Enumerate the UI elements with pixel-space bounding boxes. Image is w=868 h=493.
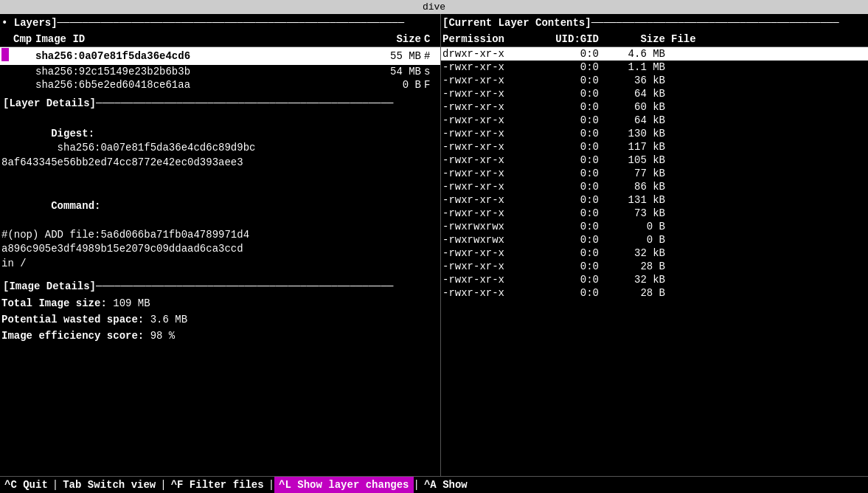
right-perm-13: -rwxrwxrwx xyxy=(442,221,538,232)
right-row-15[interactable]: -rwxr-xr-x0:032 kB xyxy=(441,246,868,260)
total-size-val: 109 MB xyxy=(113,297,150,309)
right-uid-14: 0:0 xyxy=(538,234,605,246)
status-sep-4: | xyxy=(414,477,420,493)
efficiency-label: Image efficiency score: xyxy=(1,330,144,342)
wasted-space-label: Potential wasted space: xyxy=(1,314,144,325)
title-text: dive xyxy=(423,1,445,13)
layer-id-2: sha256:6b5e2ed60418ce61aa xyxy=(35,79,372,91)
right-size-2: 36 kB xyxy=(605,75,671,86)
layer-size-2: 0 B xyxy=(372,79,424,91)
right-perm-4: -rwxr-xr-x xyxy=(442,101,538,113)
right-perm-2: -rwxr-xr-x xyxy=(442,75,538,86)
right-uid-4: 0:0 xyxy=(538,101,605,113)
right-row-8[interactable]: -rwxr-xr-x0:0105 kB xyxy=(441,154,868,167)
right-size-15: 32 kB xyxy=(605,247,671,259)
right-uid-0: 0:0 xyxy=(538,48,605,60)
right-size-16: 28 B xyxy=(605,261,671,272)
marker-col-header xyxy=(1,33,13,45)
main-content: • Layers]───────────────────────────────… xyxy=(0,14,868,476)
right-uid-9: 0:0 xyxy=(538,168,605,179)
status-sep-1: | xyxy=(52,477,58,493)
right-perm-0: drwxr-xr-x xyxy=(442,48,538,60)
right-uid-11: 0:0 xyxy=(538,194,605,206)
status-key-0[interactable]: ^C Quit xyxy=(0,477,52,493)
right-uid-17: 0:0 xyxy=(538,274,605,286)
right-row-9[interactable]: -rwxr-xr-x0:077 kB xyxy=(441,167,868,180)
efficiency-val: 98 % xyxy=(150,330,176,342)
right-uid-2: 0:0 xyxy=(538,75,605,86)
right-row-13[interactable]: -rwxrwxrwx0:00 B xyxy=(441,220,868,233)
right-uid-3: 0:0 xyxy=(538,88,605,100)
right-row-17[interactable]: -rwxr-xr-x0:032 kB xyxy=(441,273,868,286)
right-row-2[interactable]: -rwxr-xr-x0:036 kB xyxy=(441,74,868,87)
right-perm-16: -rwxr-xr-x xyxy=(442,261,538,272)
right-row-3[interactable]: -rwxr-xr-x0:064 kB xyxy=(441,87,868,100)
layer-row-0[interactable]: sha256:0a07e81f5da36e4cd655 MB# xyxy=(0,47,440,65)
right-row-10[interactable]: -rwxr-xr-x0:086 kB xyxy=(441,180,868,193)
right-rows-list: drwxr-xr-x0:04.6 MB-rwxr-xr-x0:01.1 MB-r… xyxy=(441,47,868,300)
layer-marker-0 xyxy=(1,48,13,64)
right-size-13: 0 B xyxy=(605,221,671,232)
right-perm-14: -rwxrwxrwx xyxy=(442,234,538,246)
layer-c-1: s xyxy=(424,66,439,77)
status-key-4[interactable]: ^A Show xyxy=(420,477,472,493)
right-row-7[interactable]: -rwxr-xr-x0:0117 kB xyxy=(441,140,868,154)
right-uid-6: 0:0 xyxy=(538,128,605,139)
right-perm-18: -rwxr-xr-x xyxy=(442,287,538,299)
right-table-header: Permission UID:GID Size File xyxy=(441,32,868,47)
right-uid-5: 0:0 xyxy=(538,114,605,126)
layer-c-2: F xyxy=(424,79,439,91)
right-row-0[interactable]: drwxr-xr-x0:04.6 MB xyxy=(441,47,868,61)
right-row-14[interactable]: -rwxrwxrwx0:00 B xyxy=(441,233,868,246)
total-size-label: Total Image size: xyxy=(1,297,107,309)
image-details-header: [Image Details]─────────────────────────… xyxy=(1,277,439,295)
status-key-1[interactable]: Tab Switch view xyxy=(58,477,160,493)
layers-table-header: Cmp Image ID Size C xyxy=(0,32,440,47)
layer-id-1: sha256:92c15149e23b2b6b3b xyxy=(35,66,372,77)
right-row-12[interactable]: -rwxr-xr-x0:073 kB xyxy=(441,207,868,220)
right-size-11: 131 kB xyxy=(605,194,671,206)
right-row-11[interactable]: -rwxr-xr-x0:0131 kB xyxy=(441,193,868,207)
status-key-2[interactable]: ^F Filter files xyxy=(167,477,268,493)
status-bar: ^C Quit | Tab Switch view | ^F Filter fi… xyxy=(0,476,868,493)
marker-bar-0 xyxy=(1,48,9,61)
layer-row-2[interactable]: sha256:6b5e2ed60418ce61aa0 BF xyxy=(0,78,440,92)
left-panel: • Layers]───────────────────────────────… xyxy=(0,14,441,476)
digest-line: Digest: sha256:0a07e81f5da36e4cd6c89d9bc… xyxy=(1,112,439,185)
right-uid-8: 0:0 xyxy=(538,154,605,166)
col-imageid-header: Image ID xyxy=(35,33,372,45)
right-row-6[interactable]: -rwxr-xr-x0:0130 kB xyxy=(441,127,868,140)
layer-details-section: [Layer Details]─────────────────────────… xyxy=(0,92,440,275)
right-row-4[interactable]: -rwxr-xr-x0:060 kB xyxy=(441,100,868,114)
right-perm-12: -rwxr-xr-x xyxy=(442,207,538,219)
right-row-18[interactable]: -rwxr-xr-x0:028 B xyxy=(441,286,868,300)
right-size-14: 0 B xyxy=(605,234,671,246)
right-perm-8: -rwxr-xr-x xyxy=(442,154,538,166)
right-size-4: 60 kB xyxy=(605,101,671,113)
layer-size-0: 55 MB xyxy=(372,50,424,62)
digest-label: Digest: xyxy=(51,128,94,139)
right-perm-15: -rwxr-xr-x xyxy=(442,247,538,259)
status-key-3[interactable]: ^L Show layer changes xyxy=(274,477,413,493)
col-uid-header: UID:GID xyxy=(538,33,605,45)
layer-size-1: 54 MB xyxy=(372,66,424,77)
right-size-1: 1.1 MB xyxy=(605,61,671,73)
right-row-1[interactable]: -rwxr-xr-x0:01.1 MB xyxy=(441,61,868,74)
right-header: [Current Layer Contents]────────────────… xyxy=(441,14,868,32)
right-size-7: 117 kB xyxy=(605,141,671,153)
command-line: Command: xyxy=(1,185,439,228)
status-sep-3: | xyxy=(268,477,274,493)
layer-row-1[interactable]: sha256:92c15149e23b2b6b3b54 MBs xyxy=(0,65,440,78)
status-sep-2: | xyxy=(160,477,166,493)
right-size-5: 64 kB xyxy=(605,114,671,126)
right-size-17: 32 kB xyxy=(605,274,671,286)
wasted-space-val: 3.6 MB xyxy=(150,314,187,325)
right-perm-17: -rwxr-xr-x xyxy=(442,274,538,286)
right-perm-3: -rwxr-xr-x xyxy=(442,88,538,100)
right-uid-7: 0:0 xyxy=(538,141,605,153)
right-perm-10: -rwxr-xr-x xyxy=(442,181,538,193)
right-row-5[interactable]: -rwxr-xr-x0:064 kB xyxy=(441,114,868,127)
right-row-16[interactable]: -rwxr-xr-x0:028 B xyxy=(441,260,868,273)
total-size-line: Total Image size: 109 MB xyxy=(1,295,439,311)
right-uid-13: 0:0 xyxy=(538,221,605,232)
